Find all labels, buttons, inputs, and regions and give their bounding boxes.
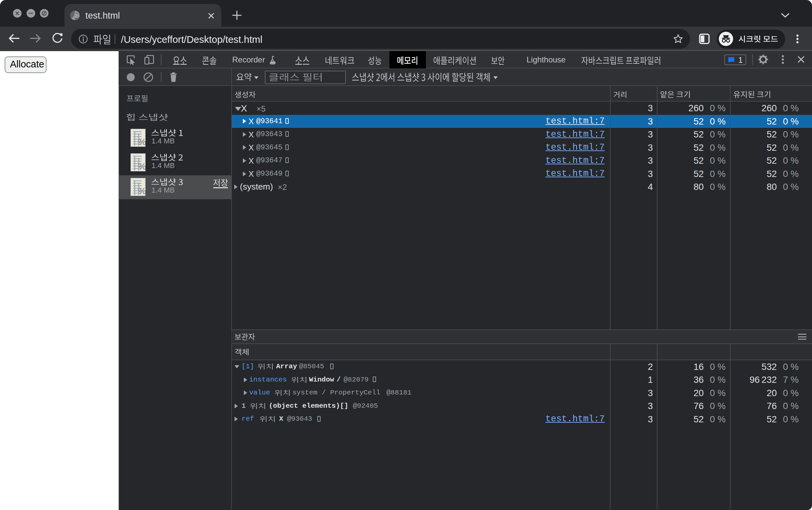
svg-text:%: % — [138, 186, 146, 196]
svg-text:%: % — [138, 137, 146, 147]
svg-text:%: % — [138, 161, 146, 171]
